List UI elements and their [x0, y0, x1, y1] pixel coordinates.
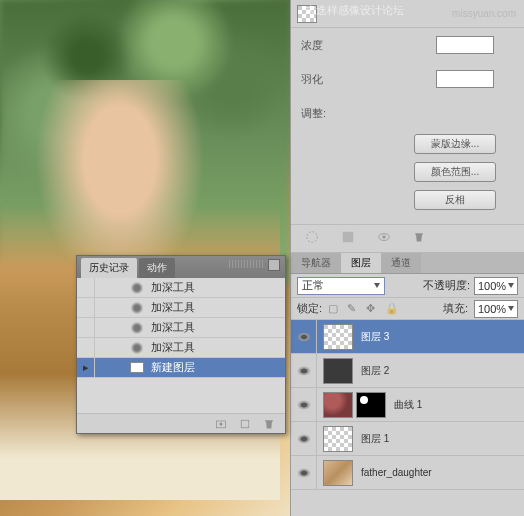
opacity-input[interactable]: 100% — [474, 277, 518, 295]
history-item[interactable]: 加深工具 — [77, 318, 285, 338]
svg-rect-6 — [241, 420, 249, 428]
panel-grip-icon[interactable] — [229, 260, 263, 268]
layer-thumb[interactable] — [323, 358, 353, 384]
visibility-toggle[interactable] — [291, 422, 317, 455]
svg-point-0 — [307, 231, 318, 242]
layer-row[interactable]: 图层 1 — [291, 422, 524, 456]
layer-thumb[interactable] — [323, 460, 353, 486]
burn-tool-icon — [130, 282, 144, 294]
watermark-text: 末迭样感像设计论坛 — [305, 3, 404, 18]
visibility-toggle[interactable] — [291, 388, 317, 421]
visibility-toggle[interactable] — [291, 354, 317, 387]
layer-thumb[interactable] — [323, 324, 353, 350]
layer-row[interactable]: father_daughter — [291, 456, 524, 490]
svg-rect-1 — [343, 231, 354, 242]
blend-mode-select[interactable]: 正常 — [297, 277, 385, 295]
disable-mask-icon[interactable] — [377, 230, 391, 244]
color-range-button[interactable]: 颜色范围... — [414, 162, 496, 182]
burn-tool-icon — [130, 302, 144, 314]
mask-edge-button[interactable]: 蒙版边缘... — [414, 134, 496, 154]
load-selection-icon[interactable] — [305, 230, 319, 244]
lock-all-icon[interactable]: 🔒 — [385, 302, 398, 315]
density-input[interactable] — [436, 36, 494, 54]
history-panel: 历史记录 动作 加深工具 加深工具 加深工具 加深工具 ▸新建图层 — [76, 255, 286, 434]
svg-point-5 — [220, 422, 223, 425]
mask-thumb[interactable] — [356, 392, 386, 418]
eye-icon — [297, 400, 311, 410]
adjust-label: 调整: — [301, 106, 351, 121]
delete-mask-icon[interactable] — [413, 231, 425, 243]
layer-row[interactable]: 图层 3 — [291, 320, 524, 354]
burn-tool-icon — [130, 322, 144, 334]
history-current-marker: ▸ — [77, 358, 95, 377]
chevron-down-icon — [374, 283, 380, 288]
eye-icon — [297, 468, 311, 478]
chevron-down-icon — [508, 283, 514, 288]
lock-pixels-icon[interactable]: ✎ — [347, 302, 360, 315]
visibility-toggle[interactable] — [291, 456, 317, 489]
layer-row[interactable]: 曲线 1 — [291, 388, 524, 422]
svg-point-3 — [382, 235, 386, 239]
tab-layers[interactable]: 图层 — [341, 253, 381, 273]
lock-position-icon[interactable]: ✥ — [366, 302, 379, 315]
tab-channels[interactable]: 通道 — [381, 253, 421, 273]
new-layer-icon — [130, 362, 144, 373]
watermark-url: missyuan.com — [452, 8, 516, 19]
panel-menu-icon[interactable] — [268, 259, 280, 271]
history-item[interactable]: 加深工具 — [77, 338, 285, 358]
history-item[interactable]: 加深工具 — [77, 298, 285, 318]
invert-button[interactable]: 反相 — [414, 190, 496, 210]
tab-navigator[interactable]: 导航器 — [291, 253, 341, 273]
density-label: 浓度 — [301, 38, 351, 53]
new-snapshot-icon[interactable] — [215, 418, 227, 430]
lock-label: 锁定: — [297, 301, 322, 316]
adjustment-thumb[interactable] — [323, 392, 353, 418]
eye-icon — [297, 366, 311, 376]
burn-tool-icon — [130, 342, 144, 354]
layers-panel: 导航器 图层 通道 正常 不透明度: 100% 锁定: ▢ ✎ ✥ 🔒 填充: … — [290, 252, 524, 516]
eye-icon — [297, 434, 311, 444]
chevron-down-icon — [508, 306, 514, 311]
fill-label: 填充: — [443, 301, 468, 316]
fill-input[interactable]: 100% — [474, 300, 518, 318]
layer-row[interactable]: 图层 2 — [291, 354, 524, 388]
feather-input[interactable] — [436, 70, 494, 88]
visibility-toggle[interactable] — [291, 320, 317, 353]
apply-mask-icon[interactable] — [341, 230, 355, 244]
eye-icon — [297, 332, 311, 342]
mask-panel: 浓度 羽化 调整: 蒙版边缘... 颜色范围... 反相 — [290, 0, 524, 252]
delete-state-icon[interactable] — [263, 418, 275, 430]
feather-label: 羽化 — [301, 72, 351, 87]
tab-actions[interactable]: 动作 — [139, 258, 175, 278]
lock-transparent-icon[interactable]: ▢ — [328, 302, 341, 315]
tab-history[interactable]: 历史记录 — [81, 258, 137, 278]
history-list: 加深工具 加深工具 加深工具 加深工具 ▸新建图层 — [77, 278, 285, 432]
history-item[interactable]: 加深工具 — [77, 278, 285, 298]
opacity-label: 不透明度: — [423, 278, 470, 293]
history-item[interactable]: ▸新建图层 — [77, 358, 285, 378]
new-state-icon[interactable] — [239, 418, 251, 430]
layer-thumb[interactable] — [323, 426, 353, 452]
